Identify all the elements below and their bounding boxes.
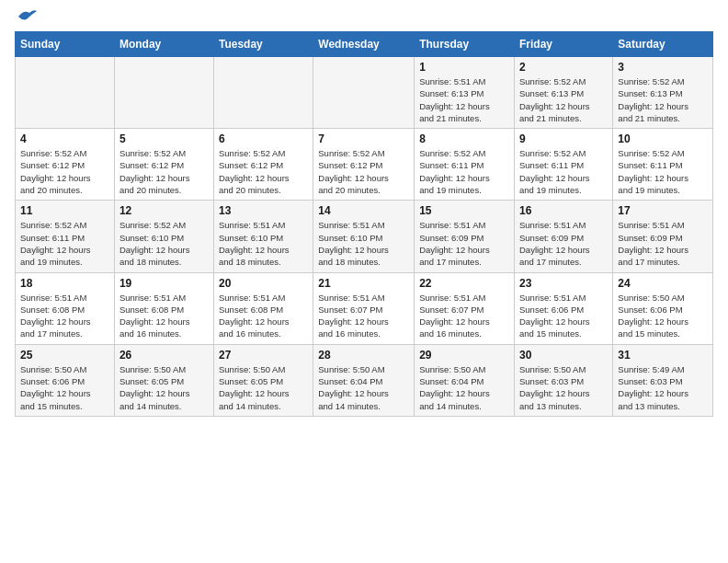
day-number: 12	[119, 204, 209, 217]
calendar-cell: 27Sunrise: 5:50 AMSunset: 6:05 PMDayligh…	[213, 344, 313, 416]
day-number: 1	[419, 61, 509, 74]
weekday-header-sunday: Sunday	[16, 32, 115, 57]
calendar-cell: 3Sunrise: 5:52 AMSunset: 6:13 PMDaylight…	[613, 57, 713, 129]
calendar-cell: 29Sunrise: 5:50 AMSunset: 6:04 PMDayligh…	[415, 344, 515, 416]
calendar-cell: 8Sunrise: 5:52 AMSunset: 6:11 PMDaylight…	[415, 129, 515, 201]
day-info: Sunrise: 5:50 AMSunset: 6:05 PMDaylight:…	[219, 363, 308, 412]
day-info: Sunrise: 5:52 AMSunset: 6:12 PMDaylight:…	[318, 147, 409, 196]
day-info: Sunrise: 5:51 AMSunset: 6:10 PMDaylight:…	[219, 219, 308, 268]
day-number: 26	[119, 349, 209, 362]
day-info: Sunrise: 5:50 AMSunset: 6:04 PMDaylight:…	[419, 363, 509, 412]
day-info: Sunrise: 5:51 AMSunset: 6:08 PMDaylight:…	[219, 292, 308, 340]
calendar-week-row: 1Sunrise: 5:51 AMSunset: 6:13 PMDaylight…	[16, 57, 713, 129]
weekday-header-tuesday: Tuesday	[213, 32, 313, 57]
weekday-header-row: SundayMondayTuesdayWednesdayThursdayFrid…	[16, 32, 713, 57]
day-info: Sunrise: 5:51 AMSunset: 6:09 PMDaylight:…	[618, 219, 708, 268]
day-number: 2	[519, 61, 608, 74]
day-info: Sunrise: 5:52 AMSunset: 6:13 PMDaylight:…	[618, 75, 708, 124]
day-number: 7	[318, 132, 409, 145]
day-number: 28	[318, 349, 409, 362]
day-info: Sunrise: 5:50 AMSunset: 6:04 PMDaylight:…	[318, 363, 409, 412]
day-number: 16	[519, 204, 608, 217]
day-info: Sunrise: 5:51 AMSunset: 6:13 PMDaylight:…	[419, 75, 509, 124]
day-info: Sunrise: 5:52 AMSunset: 6:11 PMDaylight:…	[519, 147, 608, 196]
day-info: Sunrise: 5:51 AMSunset: 6:07 PMDaylight:…	[419, 292, 509, 340]
day-number: 19	[119, 277, 209, 290]
calendar-cell	[313, 57, 415, 129]
calendar-cell: 20Sunrise: 5:51 AMSunset: 6:08 PMDayligh…	[213, 272, 313, 344]
calendar-cell: 24Sunrise: 5:50 AMSunset: 6:06 PMDayligh…	[613, 272, 713, 344]
day-info: Sunrise: 5:51 AMSunset: 6:08 PMDaylight:…	[119, 292, 209, 340]
day-info: Sunrise: 5:52 AMSunset: 6:13 PMDaylight:…	[519, 75, 608, 124]
day-number: 17	[618, 204, 708, 217]
calendar-cell: 18Sunrise: 5:51 AMSunset: 6:08 PMDayligh…	[16, 272, 115, 344]
day-number: 23	[519, 277, 608, 290]
weekday-header-monday: Monday	[114, 32, 213, 57]
calendar-cell: 17Sunrise: 5:51 AMSunset: 6:09 PMDayligh…	[613, 201, 713, 272]
day-number: 8	[419, 132, 509, 145]
day-number: 9	[519, 132, 608, 145]
day-number: 10	[618, 132, 708, 145]
day-number: 5	[119, 132, 209, 145]
day-info: Sunrise: 5:50 AMSunset: 6:05 PMDaylight:…	[119, 363, 209, 412]
day-info: Sunrise: 5:52 AMSunset: 6:12 PMDaylight:…	[119, 147, 209, 196]
day-number: 30	[519, 349, 608, 362]
calendar-cell	[114, 57, 213, 129]
calendar-cell: 21Sunrise: 5:51 AMSunset: 6:07 PMDayligh…	[313, 272, 415, 344]
day-info: Sunrise: 5:52 AMSunset: 6:12 PMDaylight:…	[20, 147, 109, 196]
calendar-cell: 22Sunrise: 5:51 AMSunset: 6:07 PMDayligh…	[415, 272, 515, 344]
day-info: Sunrise: 5:51 AMSunset: 6:08 PMDaylight:…	[20, 292, 109, 340]
calendar-cell	[16, 57, 115, 129]
day-number: 29	[419, 349, 509, 362]
weekday-header-wednesday: Wednesday	[313, 32, 415, 57]
day-info: Sunrise: 5:52 AMSunset: 6:11 PMDaylight:…	[20, 219, 109, 268]
day-info: Sunrise: 5:49 AMSunset: 6:03 PMDaylight:…	[618, 363, 708, 412]
calendar-cell: 19Sunrise: 5:51 AMSunset: 6:08 PMDayligh…	[114, 272, 213, 344]
calendar-week-row: 25Sunrise: 5:50 AMSunset: 6:06 PMDayligh…	[16, 344, 713, 416]
day-number: 31	[618, 349, 708, 362]
calendar-cell: 4Sunrise: 5:52 AMSunset: 6:12 PMDaylight…	[16, 129, 115, 201]
day-number: 18	[20, 277, 109, 290]
calendar-cell: 15Sunrise: 5:51 AMSunset: 6:09 PMDayligh…	[415, 201, 515, 272]
page-header	[15, 15, 713, 24]
logo-bird-icon	[17, 7, 37, 24]
calendar-cell: 13Sunrise: 5:51 AMSunset: 6:10 PMDayligh…	[213, 201, 313, 272]
day-info: Sunrise: 5:50 AMSunset: 6:06 PMDaylight:…	[618, 292, 708, 340]
day-info: Sunrise: 5:50 AMSunset: 6:06 PMDaylight:…	[20, 363, 109, 412]
day-info: Sunrise: 5:52 AMSunset: 6:11 PMDaylight:…	[419, 147, 509, 196]
day-number: 27	[219, 349, 308, 362]
calendar-cell: 26Sunrise: 5:50 AMSunset: 6:05 PMDayligh…	[114, 344, 213, 416]
calendar-cell: 10Sunrise: 5:52 AMSunset: 6:11 PMDayligh…	[613, 129, 713, 201]
day-number: 3	[618, 61, 708, 74]
calendar-cell: 25Sunrise: 5:50 AMSunset: 6:06 PMDayligh…	[16, 344, 115, 416]
calendar-week-row: 11Sunrise: 5:52 AMSunset: 6:11 PMDayligh…	[16, 201, 713, 272]
day-info: Sunrise: 5:52 AMSunset: 6:10 PMDaylight:…	[119, 219, 209, 268]
weekday-header-saturday: Saturday	[613, 32, 713, 57]
day-number: 11	[20, 204, 109, 217]
day-number: 25	[20, 349, 109, 362]
calendar-cell: 2Sunrise: 5:52 AMSunset: 6:13 PMDaylight…	[515, 57, 613, 129]
calendar-cell: 5Sunrise: 5:52 AMSunset: 6:12 PMDaylight…	[114, 129, 213, 201]
calendar-cell: 11Sunrise: 5:52 AMSunset: 6:11 PMDayligh…	[16, 201, 115, 272]
calendar-cell: 12Sunrise: 5:52 AMSunset: 6:10 PMDayligh…	[114, 201, 213, 272]
day-number: 21	[318, 277, 409, 290]
calendar-cell: 1Sunrise: 5:51 AMSunset: 6:13 PMDaylight…	[415, 57, 515, 129]
weekday-header-thursday: Thursday	[415, 32, 515, 57]
day-number: 24	[618, 277, 708, 290]
calendar-cell: 28Sunrise: 5:50 AMSunset: 6:04 PMDayligh…	[313, 344, 415, 416]
day-number: 6	[219, 132, 308, 145]
day-number: 15	[419, 204, 509, 217]
day-info: Sunrise: 5:51 AMSunset: 6:09 PMDaylight:…	[419, 219, 509, 268]
logo	[15, 15, 37, 24]
calendar-cell: 30Sunrise: 5:50 AMSunset: 6:03 PMDayligh…	[515, 344, 613, 416]
day-info: Sunrise: 5:50 AMSunset: 6:03 PMDaylight:…	[519, 363, 608, 412]
day-number: 4	[20, 132, 109, 145]
day-info: Sunrise: 5:51 AMSunset: 6:07 PMDaylight:…	[318, 292, 409, 340]
calendar-week-row: 4Sunrise: 5:52 AMSunset: 6:12 PMDaylight…	[16, 129, 713, 201]
day-number: 20	[219, 277, 308, 290]
day-info: Sunrise: 5:52 AMSunset: 6:11 PMDaylight:…	[618, 147, 708, 196]
calendar-cell: 9Sunrise: 5:52 AMSunset: 6:11 PMDaylight…	[515, 129, 613, 201]
day-number: 14	[318, 204, 409, 217]
calendar-cell	[213, 57, 313, 129]
calendar-cell: 7Sunrise: 5:52 AMSunset: 6:12 PMDaylight…	[313, 129, 415, 201]
